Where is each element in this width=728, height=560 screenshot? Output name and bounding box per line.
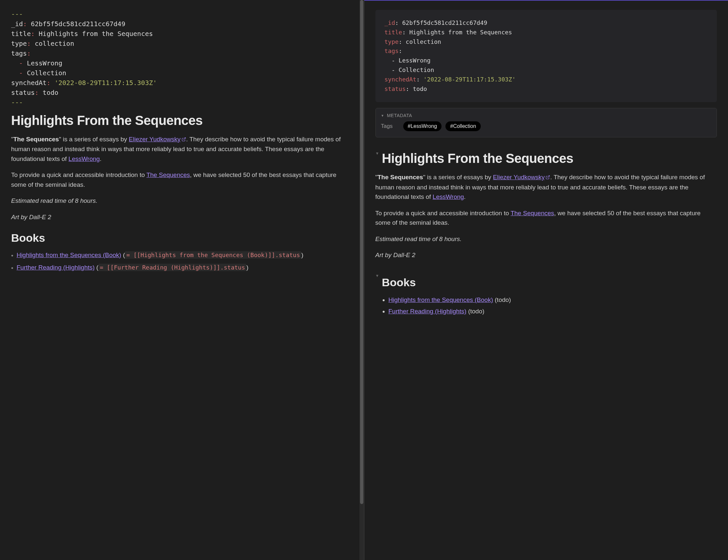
metadata-toggle[interactable]: ▼ METADATA bbox=[381, 113, 712, 118]
scrollbar[interactable] bbox=[360, 0, 364, 560]
book-link-1[interactable]: Highlights from the Sequences (Book) bbox=[388, 296, 493, 303]
books-heading: Books bbox=[382, 276, 416, 289]
link-eliezer[interactable]: Eliezer Yudkowsky bbox=[493, 174, 544, 181]
intro-paragraph-1: "The Sequences" is a series of essays by… bbox=[11, 134, 353, 164]
external-link-icon bbox=[182, 135, 186, 144]
intro-paragraph-1: "The Sequences" is a series of essays by… bbox=[375, 172, 717, 201]
chevron-down-icon: ▼ bbox=[381, 114, 384, 117]
list-item: Further Reading (Highlights) (todo) bbox=[388, 306, 717, 317]
bullet-icon: • bbox=[11, 251, 13, 261]
books-list-preview: Highlights from the Sequences (Book) (to… bbox=[375, 295, 717, 317]
preview-pane[interactable]: _id: 62bf5f5dc581cd211cc67d49 title: Hig… bbox=[364, 0, 728, 560]
read-time: Estimated read time of 8 hours. bbox=[11, 196, 353, 205]
svg-line-1 bbox=[547, 176, 549, 178]
book-status: (todo) bbox=[493, 296, 511, 303]
art-credit: Art by Dall-E 2 bbox=[11, 212, 353, 222]
book-link-2[interactable]: Further Reading (Highlights) bbox=[388, 308, 467, 315]
metadata-label: METADATA bbox=[387, 113, 412, 118]
link-lesswrong[interactable]: LessWrong bbox=[433, 193, 464, 200]
art-credit: Art by Dall-E 2 bbox=[375, 250, 717, 260]
fold-toggle-icon[interactable]: ▼ bbox=[375, 151, 379, 156]
inline-expression: = [[Further Reading (Highlights)]].statu… bbox=[98, 264, 246, 271]
book-link-2[interactable]: Further Reading (Highlights) bbox=[17, 264, 95, 271]
scrollbar-thumb[interactable] bbox=[360, 0, 364, 504]
tags-label: Tags bbox=[381, 123, 395, 130]
read-time: Estimated read time of 8 hours. bbox=[375, 234, 717, 244]
list-item: • Further Reading (Highlights) (= [[Furt… bbox=[11, 263, 353, 273]
editor-pane[interactable]: --- _id: 62bf5f5dc581cd211cc67d49 title:… bbox=[0, 0, 364, 560]
tag-pill[interactable]: #LessWrong bbox=[403, 121, 442, 131]
page-title: Highlights From the Sequences bbox=[11, 113, 353, 128]
svg-line-0 bbox=[184, 138, 186, 140]
list-item: Highlights from the Sequences (Book) (to… bbox=[388, 295, 717, 305]
bullet-icon: • bbox=[11, 263, 13, 273]
book-status: (todo) bbox=[466, 308, 484, 315]
metadata-tags-row: Tags #LessWrong #Collection bbox=[381, 121, 712, 131]
fold-toggle-icon[interactable]: ▼ bbox=[375, 273, 379, 278]
list-item: • Highlights from the Sequences (Book) (… bbox=[11, 250, 353, 261]
external-link-icon bbox=[545, 173, 550, 182]
books-list-source: • Highlights from the Sequences (Book) (… bbox=[11, 250, 353, 273]
books-heading: Books bbox=[11, 232, 353, 244]
frontmatter-preview: _id: 62bf5f5dc581cd211cc67d49 title: Hig… bbox=[375, 10, 717, 102]
link-sequences[interactable]: The Sequences bbox=[147, 171, 190, 178]
metadata-panel: ▼ METADATA Tags #LessWrong #Collection bbox=[375, 108, 717, 137]
intro-paragraph-2: To provide a quick and accessible introd… bbox=[375, 208, 717, 228]
frontmatter-dashes: --- bbox=[11, 10, 23, 18]
link-lesswrong[interactable]: LessWrong bbox=[68, 155, 100, 162]
tag-pill[interactable]: #Collection bbox=[445, 121, 480, 131]
page-title: Highlights From the Sequences bbox=[382, 151, 573, 166]
intro-paragraph-2: To provide a quick and accessible introd… bbox=[11, 170, 353, 189]
link-sequences[interactable]: The Sequences bbox=[510, 210, 554, 217]
link-eliezer[interactable]: Eliezer Yudkowsky bbox=[129, 136, 181, 143]
book-link-1[interactable]: Highlights from the Sequences (Book) bbox=[17, 252, 121, 258]
inline-expression: = [[Highlights from the Sequences (Book)… bbox=[125, 251, 301, 259]
frontmatter-block[interactable]: --- _id: 62bf5f5dc581cd211cc67d49 title:… bbox=[11, 9, 353, 107]
